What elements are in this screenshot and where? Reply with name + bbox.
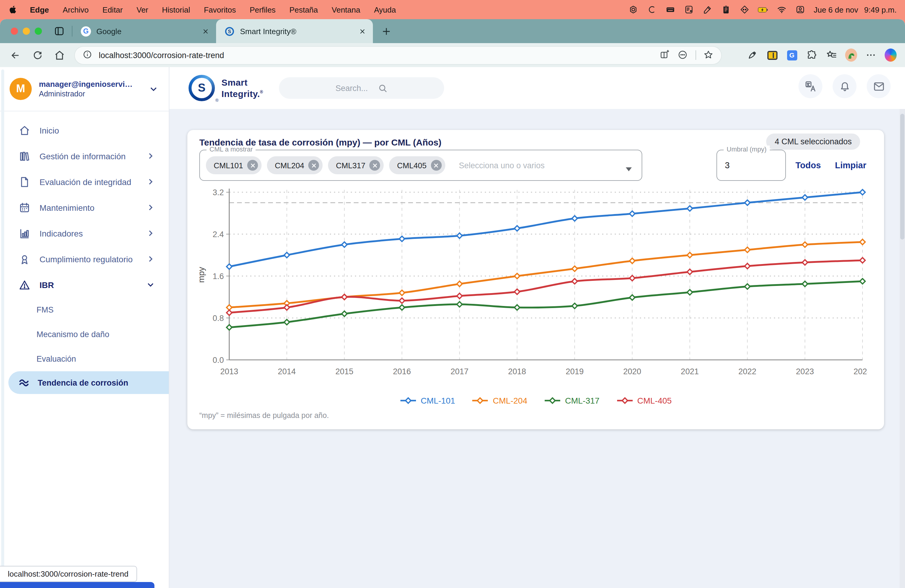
sidebar-item-tendencia-de-corrosi-n[interactable]: Tendencia de corrosión [8,371,169,394]
window-extension-icon[interactable] [766,49,778,61]
sidebar-item-ibr[interactable]: IBR [0,272,169,297]
sidebar-item-inicio[interactable]: Inicio [0,118,169,143]
cml-chip-cml204[interactable]: CML204 [267,156,322,174]
mask-icon[interactable] [740,5,750,15]
url-text[interactable]: localhost:3000/corrosion-rate-trend [99,51,660,60]
tab-switcher-icon[interactable] [54,26,65,37]
shortcuts-icon[interactable] [684,5,694,15]
remove-chip-icon[interactable] [370,160,380,171]
menu-edge[interactable]: Edge [30,5,49,14]
user-card[interactable]: M manager@ingenioservi… Administrador [0,67,169,111]
remove-chip-icon[interactable] [308,160,319,171]
menu-historial[interactable]: Historial [162,5,190,14]
sidebar-item-gesti-n-de-informaci-n[interactable]: Gestión de información [0,143,169,169]
cml-chip-cml405[interactable]: CML405 [389,156,445,174]
back-icon[interactable] [8,48,22,62]
chart-legend: CML-101 CML-204 CML-317 CML-405 [187,396,884,405]
select-all-button[interactable]: Todos [795,161,821,170]
sidebar-item-evaluaci-n-de-integridad[interactable]: Evaluación de integridad [0,169,169,195]
minimize-window-button[interactable] [23,27,30,35]
menu-editar[interactable]: Editar [102,5,123,14]
chevron-right-icon [147,203,154,211]
sidebar-item-mecanismo-de-da-o[interactable]: Mecanismo de daño [0,322,169,347]
svg-text:0.8: 0.8 [213,314,224,323]
apple-icon[interactable] [8,5,18,14]
tab-google[interactable]: G Google [72,19,216,43]
menu-archivo[interactable]: Archivo [63,5,89,14]
svg-text:2024: 2024 [854,367,867,376]
battery-icon[interactable] [758,5,768,15]
home-icon[interactable] [52,48,67,62]
cml-chip-cml101[interactable]: CML101 [206,156,262,174]
menubar-time[interactable]: 9:49 p.m. [864,5,897,14]
pen-icon[interactable] [702,5,713,15]
legend-item-cml-317[interactable]: CML-317 [544,396,599,405]
reload-icon[interactable] [30,48,44,62]
close-tab-icon[interactable] [357,26,367,36]
legend-item-cml-405[interactable]: CML-405 [616,396,672,405]
smart-integrity-logo[interactable]: S ® Smart Integrity.® [189,75,263,101]
menu-perfiles[interactable]: Perfiles [249,5,276,14]
books-icon [19,150,30,162]
profile-avatar[interactable] [845,49,857,61]
clipboard-icon[interactable] [721,5,731,15]
copilot-icon[interactable] [884,49,897,61]
wifi-icon[interactable] [776,5,787,15]
extension-puzzle-icon[interactable] [806,49,818,61]
menu-ver[interactable]: Ver [137,5,148,14]
menu-ventana[interactable]: Ventana [332,5,360,14]
user-panel-icon[interactable] [795,5,805,15]
new-tab-button[interactable] [381,26,391,36]
menu-ayuda[interactable]: Ayuda [374,5,396,14]
search-input[interactable]: Search... [279,77,444,99]
google-favicon: G [81,26,91,36]
line-chart[interactable]: 0.00.81.62.43.22013201420152016201720182… [203,186,867,390]
menu-favoritos[interactable]: Favoritos [204,5,236,14]
dropdown-arrow-icon[interactable] [626,164,632,174]
close-window-button[interactable] [11,27,18,35]
close-tab-icon[interactable] [200,26,210,36]
legend-item-cml-204[interactable]: CML-204 [472,396,527,405]
collections-icon[interactable] [826,49,837,61]
zoom-window-button[interactable] [35,27,42,35]
site-info-icon[interactable] [83,50,94,60]
sidebar-item-cumplimiento-regulatorio[interactable]: Cumplimiento regulatorio [0,246,169,272]
translate-icon[interactable] [799,74,822,98]
chevron-down-icon[interactable] [149,84,158,94]
translate-extension-icon[interactable]: G [786,49,798,61]
chevron-right-icon [147,152,154,160]
favorite-star-icon[interactable] [703,50,714,60]
address-bar[interactable]: localhost:3000/corrosion-rate-trend [75,46,721,64]
threshold-field[interactable]: Umbral (mpy) 3 [716,150,786,181]
ink-pen-icon[interactable] [746,49,758,61]
cml-select-field[interactable]: CML a mostrar CML101CML204CML317CML405 S… [199,150,642,181]
mail-icon[interactable] [867,74,891,98]
menubar-date[interactable]: Jue 6 de nov [814,5,858,14]
sidebar-scrollbar[interactable] [1,70,4,586]
cml-placeholder[interactable]: Selecciona uno o varios [459,161,545,170]
legend-item-cml-101[interactable]: CML-101 [400,396,455,405]
sidebar-item-label: Inicio [40,126,59,135]
more-circle-icon[interactable] [678,50,688,60]
tab-smart-integrity[interactable]: S Smart Integrity® [216,19,373,43]
remove-chip-icon[interactable] [431,160,441,171]
clear-button[interactable]: Limpiar [835,161,866,170]
svg-text:3.2: 3.2 [213,188,224,197]
search-icon[interactable] [377,83,387,93]
cml-chip-cml317[interactable]: CML317 [328,156,384,174]
split-screen-icon[interactable] [660,50,670,60]
bell-icon[interactable] [833,74,856,98]
copilot-arc-icon[interactable] [647,5,657,15]
screen: EdgeArchivoEditarVerHistorialFavoritosPe… [0,0,905,588]
more-dots-icon[interactable] [865,49,877,61]
menu-pestaña[interactable]: Pestaña [289,5,318,14]
remove-chip-icon[interactable] [247,160,258,171]
sidebar-item-fms[interactable]: FMS [0,297,169,322]
sidebar-item-indicadores[interactable]: Indicadores [0,220,169,246]
sidebar-item-evaluaci-n[interactable]: Evaluación [0,347,169,371]
sidebar-item-mantenimiento[interactable]: Mantenimiento [0,195,169,220]
openai-icon[interactable] [628,5,638,15]
threshold-value[interactable]: 3 [725,161,730,170]
page-scrollbar[interactable] [900,109,905,588]
keyboard-icon[interactable] [665,5,675,15]
